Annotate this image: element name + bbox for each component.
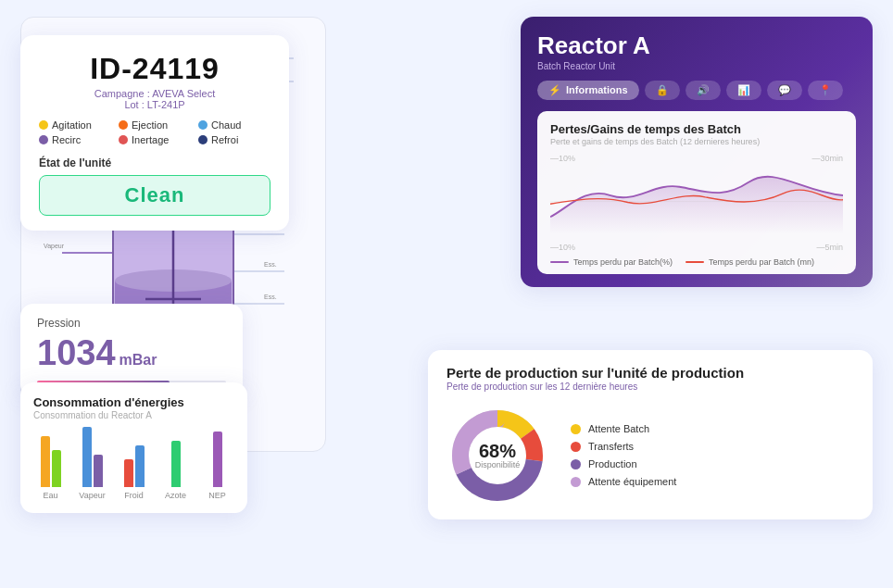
tags-grid: Agitation Ejection Chaud Recirc Inertage…: [39, 119, 270, 145]
tag-label: Inertage: [132, 134, 169, 145]
legend-item-mn: Temps perdu par Batch (mn): [685, 257, 814, 267]
label-attente-equipement: Attente équipement: [588, 476, 676, 487]
label-attente-batch: Attente Batch: [588, 423, 649, 434]
tag-inertage: Inertage: [119, 134, 191, 145]
bar-froid-1: [124, 459, 133, 487]
dot-attente-batch: [571, 424, 581, 434]
tab-label: Informations: [566, 84, 628, 95]
production-body: 68% Disponibilité Attente Batch Transfer…: [446, 405, 854, 507]
bar-group-eau: Eau: [33, 422, 68, 500]
pression-unit: mBar: [119, 352, 157, 369]
tag-refroi: Refroi: [198, 134, 270, 145]
energie-title: Consommation d'énergies: [33, 395, 234, 409]
tag-label: Refroi: [211, 134, 238, 145]
tag-dot-inertage: [119, 135, 128, 144]
id-card: ID-24119 Campagne : AVEVA Select Lot : L…: [20, 35, 289, 231]
etat-label: État de l'unité: [39, 156, 270, 169]
production-title: Perte de production sur l'unité de produ…: [446, 365, 854, 381]
tag-label: Recirc: [52, 134, 81, 145]
bar-eau-1: [41, 436, 50, 487]
lock-icon: 🔒: [656, 84, 669, 96]
reactor-tab-informations[interactable]: ⚡ Informations: [537, 81, 639, 100]
energie-card: Consommation d'énergies Consommation du …: [20, 382, 247, 513]
message-icon: 💬: [778, 84, 791, 96]
reactor-tab-chart[interactable]: 📊: [726, 81, 761, 100]
chart-subtitle: Perte et gains de temps des Batch (12 de…: [550, 137, 843, 146]
reactor-tab-lock[interactable]: 🔒: [645, 81, 680, 100]
tag-dot-chaud: [198, 120, 208, 130]
bar-label-nep: NEP: [208, 491, 226, 500]
y-axis-left-top: —10%: [550, 154, 575, 163]
reactor-tab-message[interactable]: 💬: [767, 81, 802, 100]
svg-text:Ess.: Ess.: [264, 294, 277, 300]
pression-number: 1034: [37, 333, 116, 373]
bar-label-azote: Azote: [165, 491, 186, 500]
legend-label-mn: Temps perdu par Batch (mn): [709, 257, 814, 267]
bar-eau-2: [52, 450, 61, 487]
tag-agitation: Agitation: [39, 119, 111, 131]
legend-transferts: Transferts: [571, 441, 676, 452]
location-icon: 📍: [819, 84, 832, 96]
donut-container: 68% Disponibilité: [446, 405, 548, 507]
reactor-tabs: ⚡ Informations 🔒 🔊 📊 💬 📍: [537, 81, 856, 100]
production-subtitle: Perte de production sur les 12 dernière …: [446, 382, 854, 392]
id-title: ID-24119: [39, 52, 270, 86]
tag-dot-agitation: [39, 120, 48, 130]
svg-text:Ess.: Ess.: [264, 261, 277, 268]
chart-icon: 📊: [737, 84, 750, 96]
donut-percentage: 68%: [475, 442, 521, 460]
bar-vapeur-2: [94, 455, 103, 487]
tag-dot-refroi: [198, 135, 208, 144]
donut-center: 68% Disponibilité: [475, 442, 521, 469]
tag-label: Chaud: [211, 119, 241, 131]
donut-label: Disponibilité: [475, 460, 521, 469]
y-axis-right-bottom: —5min: [816, 243, 843, 252]
label-production: Production: [588, 458, 637, 469]
tag-label: Ejection: [132, 119, 168, 131]
pression-value: 1034 mBar: [37, 333, 226, 373]
tab-icon: ⚡: [548, 84, 561, 96]
chart-legend: Temps perdu par Batch(%) Temps perdu par…: [550, 257, 843, 267]
bar-group-nep: NEP: [200, 422, 234, 500]
legend-line-mn: [685, 261, 704, 263]
reactor-tab-location[interactable]: 📍: [808, 81, 843, 100]
legend-item-pct: Temps perdu par Batch(%): [550, 257, 673, 267]
reactor-card: Reactor A Batch Reactor Unit ⚡ Informati…: [521, 17, 873, 287]
energie-subtitle: Consommation du Reactor A: [33, 410, 234, 420]
bar-group-vapeur: Vapeur: [75, 422, 109, 500]
tag-ejection: Ejection: [119, 119, 191, 131]
line-chart-svg: [550, 165, 843, 239]
y-axis-right-top: —30min: [811, 154, 843, 163]
legend-production: Production: [571, 458, 676, 469]
sound-icon: 🔊: [697, 84, 710, 96]
bar-label-froid: Froid: [124, 491, 144, 500]
bar-froid-2: [135, 445, 145, 487]
legend-attente-batch: Attente Batch: [571, 423, 676, 434]
campaign-label: Campagne : AVEVA Select: [39, 88, 270, 99]
batch-chart-area: Pertes/Gains de temps des Batch Perte et…: [537, 111, 856, 274]
svg-text:Vapeur: Vapeur: [44, 243, 65, 250]
bar-label-eau: Eau: [43, 491, 57, 500]
bar-vapeur-1: [82, 427, 92, 487]
y-axis-left-bottom: —10%: [550, 243, 575, 252]
production-legend: Attente Batch Transferts Production Atte…: [571, 423, 676, 487]
reactor-title: Reactor A: [537, 31, 856, 60]
legend-line-pct: [550, 261, 569, 263]
production-card: Perte de production sur l'unité de produ…: [428, 350, 873, 519]
pression-label: Pression: [37, 317, 226, 330]
dot-attente-equipement: [571, 477, 581, 487]
reactor-tab-sound[interactable]: 🔊: [685, 81, 721, 100]
tag-dot-recirc: [39, 135, 48, 144]
legend-label-pct: Temps perdu par Batch(%): [573, 257, 673, 267]
bar-chart: Eau Vapeur Froid: [33, 430, 234, 504]
clean-badge: Clean: [39, 175, 270, 216]
tag-chaud: Chaud: [198, 119, 270, 131]
lot-label: Lot : LT-241P: [39, 99, 270, 110]
bar-azote-1: [171, 441, 181, 487]
tag-recirc: Recirc: [39, 134, 111, 145]
bar-nep-1: [213, 432, 222, 487]
dot-production: [571, 459, 581, 469]
dot-transferts: [571, 442, 581, 452]
reactor-subtitle: Batch Reactor Unit: [537, 61, 856, 71]
tag-label: Agitation: [52, 119, 92, 131]
